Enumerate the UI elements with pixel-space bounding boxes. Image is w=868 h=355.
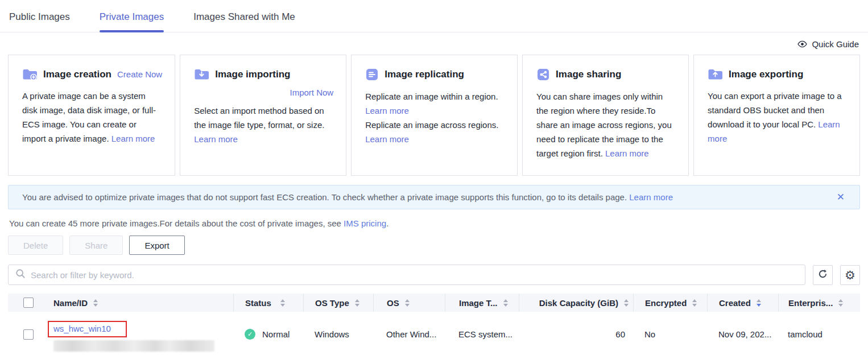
enterprise-project-cell: tamcloud [778, 312, 860, 355]
card-image-replicating: Image replicating Replicate an image wit… [351, 55, 518, 176]
import-now-link[interactable]: Import Now [290, 88, 333, 97]
card-text: You can share images only within the reg… [536, 92, 672, 158]
search-input[interactable] [31, 270, 798, 280]
select-all-checkbox[interactable] [23, 298, 34, 308]
export-button[interactable]: Export [129, 236, 184, 255]
card-text: Select an import method based on the ima… [194, 106, 324, 130]
card-body: Replicate an image within a region. Lear… [365, 89, 505, 146]
status-cell: ✓ Normal [233, 312, 303, 355]
col-os: OS [373, 294, 445, 312]
note-lines-icon [365, 68, 379, 81]
col-enterprise-project: Enterpris... [778, 294, 860, 312]
refresh-icon [817, 269, 828, 282]
folder-plus-icon [22, 68, 38, 81]
col-label: OS Type [315, 298, 349, 308]
sort-icon[interactable] [93, 299, 98, 307]
card-title: Image sharing [556, 69, 621, 80]
share-button[interactable]: Share [69, 236, 123, 255]
close-icon[interactable]: ✕ [834, 190, 847, 204]
quick-guide-link[interactable]: Quick Guide [797, 39, 859, 49]
col-os-type: OS Type [303, 294, 373, 312]
folder-export-icon [708, 68, 723, 81]
learn-more-link[interactable]: Learn more [111, 134, 155, 143]
action-button-row: Delete Share Export [8, 236, 860, 255]
quota-suffix: . [386, 218, 388, 228]
table-row: ws_hwc_win10 ✓ Normal Windows Other Wind… [8, 312, 860, 355]
sort-icon[interactable] [503, 299, 508, 307]
delete-button[interactable]: Delete [8, 236, 63, 255]
gear-icon: ⚙ [845, 269, 855, 281]
card-title: Image importing [215, 69, 290, 80]
col-label: Status [245, 298, 271, 308]
col-label: Created [719, 298, 751, 308]
quota-text: You can create 45 more private images.Fo… [9, 218, 859, 228]
search-box[interactable] [8, 265, 805, 285]
status-label: Normal [262, 329, 290, 339]
learn-more-link[interactable]: Learn more [194, 134, 238, 144]
card-text: Replicate an image within a region. [365, 89, 505, 104]
card-image-sharing: Image sharing You can share images only … [522, 55, 689, 176]
table-header: Name/ID Status OS Type OS Image T... Dis… [8, 294, 860, 312]
col-image-type: Image T... [445, 294, 519, 312]
col-created: Created [707, 294, 778, 312]
sort-icon[interactable] [355, 299, 359, 307]
feature-cards: Image creation Create Now A private imag… [8, 55, 860, 176]
eye-icon [797, 40, 808, 48]
settings-button[interactable]: ⚙ [840, 265, 860, 285]
row-checkbox[interactable] [23, 329, 34, 340]
banner-text: You are advised to optimize private imag… [22, 192, 834, 202]
sort-icon[interactable] [280, 299, 285, 307]
folder-import-icon [194, 68, 209, 81]
status-badge: ✓ Normal [245, 329, 290, 340]
col-encrypted: Encrypted [633, 294, 707, 312]
banner-message: You are advised to optimize private imag… [22, 192, 627, 202]
card-body: A private image can be a system disk ima… [22, 89, 162, 146]
sort-icon[interactable] [405, 299, 410, 307]
learn-more-link[interactable]: Learn more [605, 148, 649, 158]
col-label: Image T... [459, 298, 498, 308]
tab-images-shared-with-me[interactable]: Images Shared with Me [193, 11, 295, 32]
image-tabs: Public Images Private Images Images Shar… [0, 0, 868, 32]
search-row: ⚙ [8, 265, 860, 285]
name-id-cell: ws_hwc_win10 [39, 312, 233, 355]
os-cell: Other Wind... [373, 312, 445, 355]
disk-capacity-cell: 60 [519, 312, 633, 355]
sort-icon[interactable] [692, 299, 697, 307]
os-type-cell: Windows [303, 312, 373, 355]
tab-public-images[interactable]: Public Images [9, 11, 70, 32]
card-image-importing: Image importing Import Now Select an imp… [180, 55, 346, 176]
image-type-cell: ECS system... [445, 312, 519, 355]
created-cell: Nov 09, 202... [707, 312, 778, 355]
share-icon [536, 68, 550, 81]
card-title: Image creation [43, 69, 111, 80]
quick-guide-label: Quick Guide [812, 39, 859, 49]
col-label: Enterpris... [788, 298, 833, 308]
col-disk-capacity: Disk Capacity (GiB) [519, 294, 633, 312]
col-label: Encrypted [645, 298, 687, 308]
card-title: Image exporting [729, 69, 803, 80]
image-name-link[interactable]: ws_hwc_win10 [53, 324, 111, 333]
tab-private-images[interactable]: Private Images [100, 11, 164, 32]
col-label: Disk Capacity (GiB) [539, 298, 618, 308]
card-image-creation: Image creation Create Now A private imag… [8, 55, 175, 176]
quota-prefix: You can create 45 more private images.Fo… [9, 218, 344, 228]
ims-pricing-link[interactable]: IMS pricing [344, 218, 386, 228]
banner-learn-more-link[interactable]: Learn more [629, 192, 673, 202]
col-label: OS [387, 298, 399, 308]
check-circle-icon: ✓ [245, 329, 255, 340]
search-icon [15, 269, 26, 281]
learn-more-link[interactable]: Learn more [365, 134, 409, 144]
card-body: Select an import method based on the ima… [194, 104, 333, 146]
refresh-button[interactable] [813, 265, 833, 285]
notice-banner: You are advised to optimize private imag… [8, 185, 860, 209]
sort-icon[interactable] [838, 299, 843, 307]
images-table: Name/ID Status OS Type OS Image T... Dis… [8, 294, 860, 355]
create-now-link[interactable]: Create Now [117, 69, 162, 79]
topbar: Quick Guide [0, 32, 868, 53]
learn-more-link[interactable]: Learn more [365, 106, 409, 115]
col-label: Name/ID [53, 298, 88, 308]
annotation-red-box: ws_hwc_win10 [48, 321, 127, 337]
sort-icon[interactable] [624, 299, 629, 307]
card-title: Image replicating [385, 69, 464, 80]
sort-icon[interactable] [757, 299, 761, 307]
